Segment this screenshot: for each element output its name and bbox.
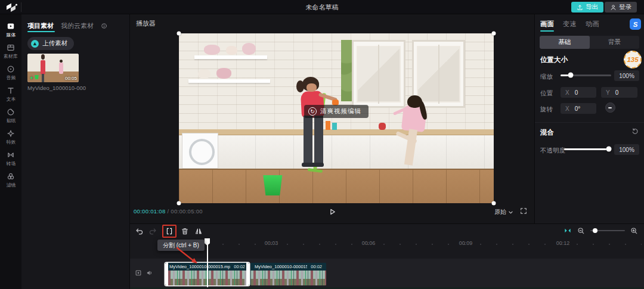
- thumbnail-filename: MyVideo_1000010-000: [27, 85, 123, 91]
- top-bar: 未命名草稿 导出 登录: [0, 0, 644, 14]
- video-preview[interactable]: ↻ 清爽视频编辑: [179, 33, 494, 203]
- clip-header: MyVideo_1000010-000015.mp4 00:02: [250, 263, 326, 271]
- export-label: 导出: [586, 3, 598, 11]
- watermark-logo-icon: ↻: [308, 107, 317, 116]
- selection-handle-bottom-right[interactable]: [492, 201, 496, 206]
- fullscreen-button[interactable]: [520, 207, 527, 215]
- tab-speed[interactable]: 变速: [563, 20, 577, 29]
- annotation-highlight-box: [162, 225, 177, 238]
- timeline-clip-2[interactable]: MyVideo_1000010-000015.mp4 00:02: [250, 263, 326, 285]
- tab-animation[interactable]: 动画: [586, 20, 599, 29]
- sidebar-item-library[interactable]: 素材库: [0, 43, 21, 60]
- timeline-panel: 00:03 00:06 00:09 00:12 MyVideo_1000010-…: [130, 223, 644, 289]
- thumbnail-duration: 00:05: [65, 76, 77, 81]
- mirror-button[interactable]: [194, 226, 203, 236]
- scale-label: 缩放: [540, 73, 553, 81]
- media-panel: 项目素材 我的云素材 ▲ 上传素材 ✦ 00:05 MyVideo_100001…: [21, 14, 130, 289]
- washing-machine: [182, 133, 218, 169]
- upload-material-button[interactable]: ▲ 上传素材: [27, 37, 74, 50]
- upload-label: 上传素材: [42, 39, 67, 48]
- track-mute-icon[interactable]: [146, 269, 153, 276]
- rotate-field[interactable]: X 0°: [561, 103, 596, 114]
- sidebar-item-sticker[interactable]: 贴纸: [0, 108, 21, 125]
- zoom-out-icon[interactable]: [577, 227, 585, 235]
- undo-button[interactable]: [135, 226, 144, 236]
- opacity-value[interactable]: 100%: [614, 144, 639, 155]
- sidebar-item-label: 特效: [6, 139, 16, 145]
- shelf-item: [198, 69, 210, 79]
- login-button[interactable]: 登录: [605, 2, 637, 13]
- woman-feet: [302, 163, 324, 167]
- media-thumbnail[interactable]: ✦ 00:05: [27, 54, 79, 82]
- fit-timeline-icon[interactable]: [564, 226, 572, 235]
- position-y-field[interactable]: Y 0: [601, 87, 637, 98]
- section-blend-title: 混合: [540, 128, 554, 137]
- clip-duration: 00:02: [311, 264, 322, 269]
- scale-slider[interactable]: [561, 73, 611, 78]
- sticker-icon: [7, 108, 15, 116]
- redo-button[interactable]: [148, 226, 157, 236]
- sidebar-item-text[interactable]: 文本: [0, 86, 21, 103]
- video-frame: ↻ 清爽视频编辑: [179, 33, 494, 203]
- shelf-item: [242, 43, 256, 55]
- ruler-ticks: [174, 244, 642, 245]
- woman-face: [306, 83, 317, 92]
- clip-duration: 00:02: [234, 264, 245, 269]
- clip-filename: MyVideo_1000010-000015.mp4: [255, 264, 307, 269]
- ruler-label: 00:09: [459, 240, 473, 246]
- library-icon: [7, 43, 15, 52]
- floating-share-logo[interactable]: S: [630, 18, 641, 30]
- transition-icon: [7, 151, 15, 159]
- timecode: 00:00:01:08 / 00:00:05:00: [134, 208, 203, 215]
- girl-hair: [407, 95, 422, 108]
- x-value: 0: [575, 89, 578, 96]
- sidebar-item-filter[interactable]: 滤镜: [0, 172, 21, 189]
- tab-project-assets[interactable]: 项目素材: [27, 21, 54, 30]
- opacity-slider[interactable]: [564, 147, 609, 152]
- reset-icon[interactable]: [631, 128, 639, 135]
- export-button[interactable]: 导出: [571, 2, 603, 13]
- position-x-field[interactable]: X 0: [561, 87, 596, 98]
- playhead-line[interactable]: [207, 238, 208, 287]
- clip-filmstrip: [250, 271, 326, 285]
- lower-cabinets: [179, 135, 494, 169]
- zoom-in-icon[interactable]: [630, 227, 638, 235]
- subtab-background[interactable]: 背景: [590, 36, 640, 49]
- y-prefix: Y: [606, 89, 610, 96]
- current-time: 00:00:01:08: [134, 208, 166, 215]
- position-label: 位置: [540, 89, 553, 98]
- tab-picture[interactable]: 画面: [540, 20, 554, 29]
- track-toggle-icon[interactable]: [135, 269, 142, 276]
- info-icon[interactable]: [101, 23, 107, 29]
- user-icon: [610, 4, 617, 11]
- sidebar-item-label: 文本: [6, 96, 16, 102]
- sidebar-item-audio[interactable]: 音频: [0, 65, 21, 82]
- sidebar-item-label: 贴纸: [6, 117, 16, 124]
- sidebar-item-media[interactable]: 媒体: [0, 22, 21, 39]
- selection-handle-top-left[interactable]: [177, 32, 181, 36]
- split-tooltip: 分割 (ctrl + B): [157, 240, 205, 251]
- sidebar-item-transition[interactable]: 转场: [0, 151, 21, 167]
- selection-handle-bottom-left[interactable]: [177, 201, 181, 206]
- text-icon: [7, 86, 15, 95]
- scale-value[interactable]: 100%: [614, 70, 639, 81]
- selection-handle-top-right[interactable]: [492, 32, 496, 36]
- play-button[interactable]: [327, 206, 338, 217]
- wall-shelf: [188, 79, 270, 83]
- sidebar-item-label: 素材库: [4, 53, 17, 60]
- scale-mode-dropdown[interactable]: 原始: [494, 208, 513, 216]
- wall-shelf: [194, 55, 267, 59]
- delete-button[interactable]: [180, 226, 190, 236]
- clip-filename: MyVideo_1000010-000015.mp4: [169, 264, 230, 269]
- shelf-item: [226, 46, 237, 54]
- chevron-down-icon: [509, 211, 513, 214]
- upload-icon: [577, 4, 583, 11]
- subtab-basic[interactable]: 基础: [540, 36, 590, 49]
- timeline-zoom-slider[interactable]: [590, 228, 625, 234]
- rotation-dial[interactable]: [605, 102, 615, 113]
- ruler-label: 00:12: [556, 240, 570, 246]
- rotate-value: 0°: [575, 105, 581, 112]
- sidebar-item-effects[interactable]: 特效: [0, 129, 21, 146]
- media-badge-icon: ✦: [29, 76, 34, 81]
- tab-cloud-assets[interactable]: 我的云素材: [61, 21, 94, 30]
